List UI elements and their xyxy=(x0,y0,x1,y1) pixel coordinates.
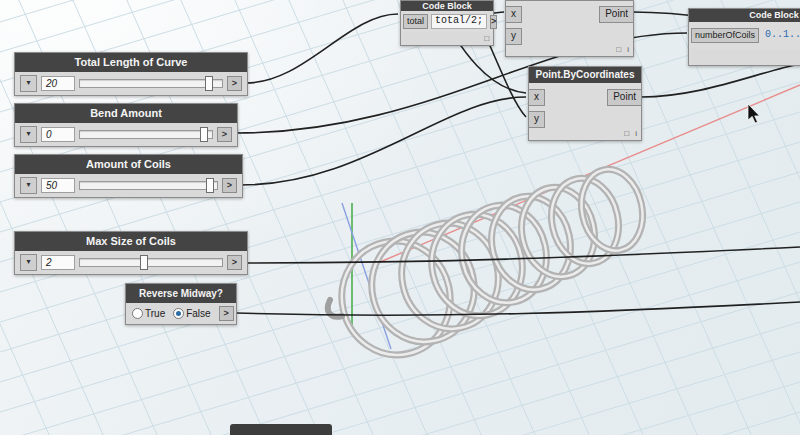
point-bycoordinates-node[interactable]: Point.ByCoordinates x y Point □ i xyxy=(528,66,642,141)
radio-true-label: True xyxy=(145,308,165,319)
wire[interactable] xyxy=(641,64,800,97)
slider-handle[interactable] xyxy=(205,76,213,91)
slider-track[interactable] xyxy=(79,79,223,88)
node-title[interactable]: Max Size of Coils xyxy=(15,232,247,251)
output-port[interactable]: > xyxy=(219,306,234,321)
wire[interactable] xyxy=(241,97,526,185)
node-title[interactable]: Code Block xyxy=(401,1,493,11)
wire[interactable] xyxy=(246,247,800,263)
node-title[interactable]: Code Block xyxy=(689,9,800,22)
info-icon[interactable]: i xyxy=(635,129,637,138)
input-port-x[interactable]: x xyxy=(528,89,545,106)
radio-false[interactable]: False xyxy=(173,308,210,319)
info-icon[interactable]: i xyxy=(627,45,629,54)
node-title[interactable]: Reverse Midway? xyxy=(126,284,236,303)
slider-handle[interactable] xyxy=(206,178,214,193)
code-text[interactable]: total/2; xyxy=(431,14,487,29)
slider-track[interactable] xyxy=(79,181,218,190)
wire[interactable] xyxy=(246,14,398,83)
slider-value[interactable]: 50 xyxy=(41,178,75,193)
wire[interactable] xyxy=(236,302,800,315)
point-node-top[interactable]: x y Point □ i xyxy=(505,0,634,57)
slider-node-total-length[interactable]: Total Length of Curve ▾ 20 > xyxy=(14,52,248,96)
slider-handle[interactable] xyxy=(140,255,148,270)
node-title[interactable]: Bend Amount xyxy=(15,104,237,123)
chevron-down-icon[interactable]: ▾ xyxy=(20,126,37,143)
dynamo-workspace-canvas[interactable]: Code Block total total/2; > □ x y Point … xyxy=(0,0,800,435)
slider-handle[interactable] xyxy=(200,127,208,142)
input-port-x[interactable]: x xyxy=(505,6,522,23)
slider-value[interactable]: 2 xyxy=(41,255,75,270)
input-port-y[interactable]: y xyxy=(505,28,522,45)
radio-false-label: False xyxy=(186,308,210,319)
output-port[interactable]: > xyxy=(222,178,237,193)
output-port[interactable]: > xyxy=(227,255,242,270)
output-port-point[interactable]: Point xyxy=(607,89,642,106)
radio-true-icon[interactable] xyxy=(132,308,143,319)
preview-toggle-icon[interactable]: □ xyxy=(616,45,621,54)
radio-false-icon[interactable] xyxy=(173,308,184,319)
preview-toggle-icon[interactable]: □ xyxy=(484,34,489,43)
node-title[interactable]: Total Length of Curve xyxy=(15,53,247,72)
chevron-down-icon[interactable]: ▾ xyxy=(20,254,37,271)
code-text[interactable]: 0..1.. xyxy=(762,29,800,42)
input-port-numberofcoils[interactable]: numberOfCoils xyxy=(691,28,759,43)
offscreen-node-header[interactable] xyxy=(230,424,332,435)
output-port[interactable]: > xyxy=(227,76,242,91)
chevron-down-icon[interactable]: ▾ xyxy=(20,177,37,194)
radio-true[interactable]: True xyxy=(132,308,165,319)
chevron-down-icon[interactable]: ▾ xyxy=(20,75,37,92)
slider-node-max-size-of-coils[interactable]: Max Size of Coils ▾ 2 > xyxy=(14,231,248,275)
code-block-node-top[interactable]: Code Block total total/2; > □ xyxy=(400,0,494,46)
node-title[interactable]: Amount of Coils xyxy=(15,155,242,174)
output-port[interactable]: > xyxy=(490,15,497,29)
code-block-node-right[interactable]: Code Block numberOfCoils 0..1.. xyxy=(688,8,800,66)
slider-value[interactable]: 0 xyxy=(41,127,75,142)
output-port-point[interactable]: Point xyxy=(599,6,634,23)
slider-track[interactable] xyxy=(79,258,223,267)
preview-toggle-icon[interactable]: □ xyxy=(624,129,629,138)
slider-node-amount-of-coils[interactable]: Amount of Coils ▾ 50 > xyxy=(14,154,243,198)
input-port-y[interactable]: y xyxy=(528,111,545,128)
slider-value[interactable]: 20 xyxy=(41,76,75,91)
output-port[interactable]: > xyxy=(217,127,232,142)
node-title[interactable]: Point.ByCoordinates xyxy=(529,67,641,83)
slider-node-bend-amount[interactable]: Bend Amount ▾ 0 > xyxy=(14,103,238,147)
boolean-node-reverse-midway[interactable]: Reverse Midway? True False > xyxy=(125,283,237,325)
slider-track[interactable] xyxy=(79,130,213,139)
input-port-total[interactable]: total xyxy=(403,14,428,29)
